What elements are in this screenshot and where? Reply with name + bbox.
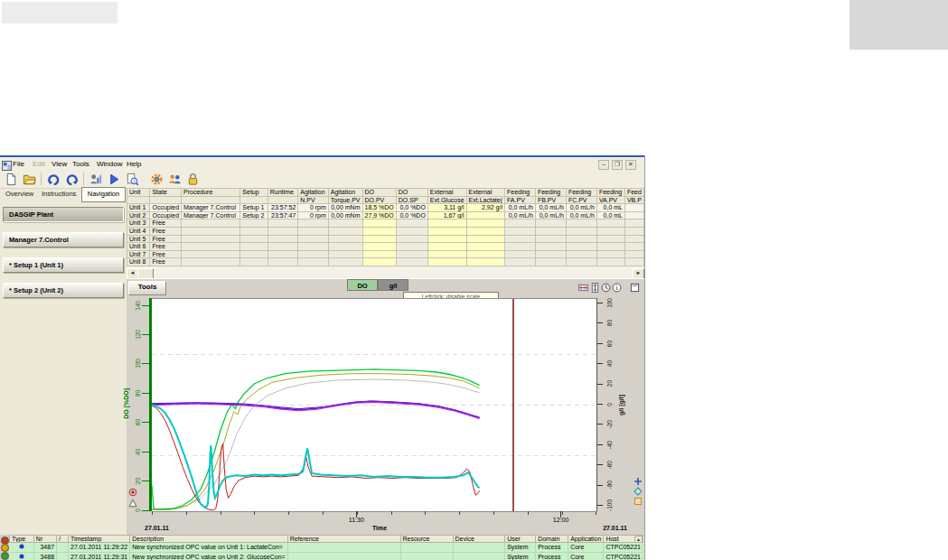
unit-cell[interactable] <box>535 250 566 258</box>
unit-table-header[interactable]: Feed <box>624 189 643 197</box>
log-header-device[interactable]: Device <box>453 536 505 543</box>
log-cell[interactable]: 3487 <box>33 543 56 553</box>
unit-cell[interactable] <box>182 235 240 243</box>
tab-instructions[interactable]: Instructions <box>42 190 76 198</box>
unit-cell[interactable] <box>182 219 240 228</box>
unit-cell[interactable] <box>624 258 643 266</box>
unit-cell[interactable] <box>362 227 396 235</box>
unit-cell[interactable] <box>298 227 329 235</box>
unit-cell[interactable] <box>182 250 240 258</box>
unit-cell[interactable]: 0,0 mL <box>596 204 624 212</box>
unit-table-header[interactable]: Feeding <box>566 189 596 197</box>
sidebar-button-4[interactable]: * Setup 2 (Unit 2) <box>3 283 124 298</box>
unit-cell[interactable]: 3,11 g/l <box>427 204 466 212</box>
sidebar-button-3[interactable]: * Setup 1 (Unit 1) <box>3 257 124 273</box>
log-cell[interactable]: Process <box>536 552 568 560</box>
tab-overview[interactable]: Overview <box>5 190 33 198</box>
unit-table-header[interactable]: DO.PV <box>362 196 396 204</box>
unit-cell[interactable] <box>362 219 396 228</box>
unit-cell[interactable] <box>504 243 535 251</box>
unit-cell[interactable]: Setup 1 <box>240 204 268 212</box>
unit-cell[interactable] <box>182 243 240 251</box>
restore-button[interactable]: ❐ <box>612 160 623 170</box>
log-header-application[interactable]: Application <box>568 536 604 543</box>
unit-cell[interactable]: Free <box>150 243 182 251</box>
minimize-button[interactable]: – <box>598 160 609 170</box>
unit-cell[interactable] <box>240 250 268 258</box>
unit-cell[interactable]: 0 rpm <box>298 211 329 219</box>
unit-cell[interactable] <box>328 243 362 251</box>
unit-cell[interactable]: 0,0 mL/h <box>535 204 566 212</box>
start-icon[interactable] <box>108 173 121 186</box>
unit-cell[interactable] <box>328 219 362 228</box>
close-button[interactable]: ✕ <box>625 160 636 170</box>
unit-cell[interactable] <box>624 219 643 228</box>
unit-cell[interactable]: 0,0 mL/h <box>504 204 535 212</box>
unit-cell[interactable] <box>596 258 624 266</box>
fullscreen-icon[interactable] <box>630 280 640 290</box>
unit-cell[interactable]: Setup 2 <box>240 211 268 219</box>
unit-cell[interactable] <box>427 243 466 251</box>
unit-cell[interactable] <box>624 227 643 235</box>
search-icon[interactable] <box>126 173 139 186</box>
unit-table-header[interactable]: N.PV <box>298 196 329 204</box>
unit-cell[interactable] <box>396 258 427 266</box>
log-cell[interactable]: New synchronized OPC value on Unit 1: La… <box>130 543 287 553</box>
diamond-icon[interactable] <box>634 483 643 492</box>
sidebar-button-2[interactable]: Manager 7.Control <box>3 232 124 247</box>
menu-view[interactable]: View <box>52 159 67 169</box>
unit-cell[interactable] <box>596 243 624 251</box>
unit-table-header[interactable] <box>150 196 182 204</box>
unit-cell[interactable]: 2,92 g/l <box>466 204 504 212</box>
settings-icon[interactable] <box>150 173 164 186</box>
unit-cell[interactable] <box>396 227 427 235</box>
square-icon[interactable] <box>634 493 643 502</box>
alarm-icon[interactable] <box>128 495 137 504</box>
unit-cell[interactable]: 0,00 mNm <box>328 204 362 212</box>
unit-cell[interactable]: 0,0 mL/h <box>535 211 566 219</box>
unit-table-header[interactable]: Agitation <box>328 189 362 197</box>
menu-tools[interactable]: Tools <box>72 159 89 169</box>
unit-table-header[interactable] <box>127 196 150 204</box>
unit-cell[interactable] <box>240 258 268 266</box>
trend-plot[interactable] <box>152 298 596 512</box>
unit-table-header[interactable]: DO <box>362 189 396 197</box>
unit-cell[interactable] <box>504 219 535 228</box>
menu-help[interactable]: Help <box>127 159 141 169</box>
unit-cell[interactable] <box>298 258 329 266</box>
unit-cell[interactable] <box>240 219 268 228</box>
unit-cell[interactable] <box>504 258 535 266</box>
unit-cell[interactable] <box>504 235 535 243</box>
log-cell[interactable]: 27.01.2011 11:29:22 <box>68 543 129 553</box>
unit-table-header[interactable]: Ext.Glucose <box>427 196 466 204</box>
unit-cell[interactable]: 0 rpm <box>298 204 329 212</box>
unit-cell[interactable] <box>328 227 362 235</box>
unit-table-header[interactable]: FB.PV <box>535 196 566 204</box>
new-icon[interactable] <box>5 173 18 186</box>
log-cell[interactable]: 27.01.2011 11:29:31 <box>68 552 129 560</box>
unit-cell[interactable]: 0,0 mL/h <box>566 211 596 219</box>
unit-cell[interactable]: 23:57:52 <box>268 204 298 212</box>
unit-cell[interactable] <box>427 258 466 266</box>
log-cell[interactable]: 3488 <box>33 552 56 560</box>
unit-cell[interactable]: 0,0 %DO <box>396 211 427 219</box>
unit-cell[interactable] <box>566 219 596 228</box>
scale-tab-DO[interactable]: DO <box>347 279 378 291</box>
unit-cell[interactable] <box>427 250 466 258</box>
unit-cell[interactable] <box>427 235 466 243</box>
log-header-type[interactable]: Type <box>10 536 34 543</box>
unit-table-header[interactable] <box>182 196 240 204</box>
unit-cell[interactable]: Unit 2 <box>127 211 150 219</box>
unit-cell[interactable] <box>396 235 427 243</box>
unit-cell[interactable] <box>535 258 566 266</box>
unit-table-header[interactable]: DO.SP <box>396 196 427 204</box>
blue-dot-icon[interactable] <box>10 543 34 553</box>
unit-table-header[interactable]: State <box>150 189 182 197</box>
unit-table-header[interactable]: Feeding <box>596 189 624 197</box>
unit-cell[interactable] <box>566 243 596 251</box>
log-header-domain[interactable]: Domain <box>536 536 568 543</box>
unit-cell[interactable]: Unit 8 <box>127 258 150 266</box>
unit-cell[interactable] <box>268 243 298 251</box>
unit-cell[interactable] <box>624 204 643 212</box>
unit-table-header[interactable]: Unit <box>127 189 150 197</box>
